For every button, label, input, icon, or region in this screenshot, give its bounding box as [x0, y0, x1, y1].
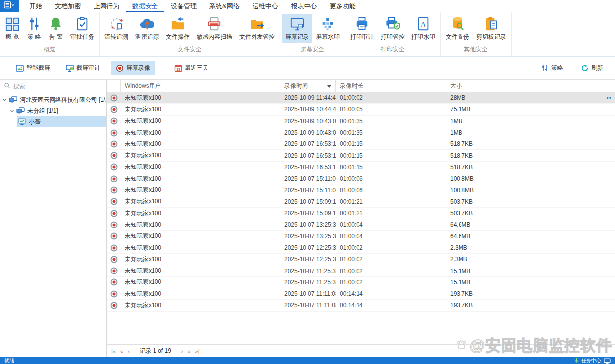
ribbon-button-label: 概 览 — [5, 33, 19, 41]
ribbon-button[interactable]: 策 略 — [23, 14, 45, 43]
table-row[interactable]: 未知玩家x1002025-10-07 11:25:3201:00:0215.1M… — [107, 277, 615, 288]
toolbar-button-label: 智能截屏 — [26, 64, 50, 72]
record-dot-icon — [107, 232, 121, 240]
prev-page-icon[interactable]: ‹ — [127, 348, 130, 354]
table-row[interactable]: 未知玩家x1002025-10-07 13:25:3801:00:0464.6M… — [107, 231, 615, 242]
fast-prev-icon[interactable]: « — [120, 348, 124, 354]
ribbon-button[interactable]: 文件备份 — [442, 14, 473, 43]
cell-windows-user: 未知玩家x100 — [121, 163, 280, 171]
ribbon-button[interactable]: 文件外发管控 — [236, 14, 278, 43]
last-page-icon[interactable]: »| — [195, 348, 200, 354]
table-row[interactable]: 未知玩家x1002025-10-07 16:53:1100:01:15518.7… — [107, 162, 615, 173]
ribbon-button[interactable]: 打印审计 — [347, 14, 377, 43]
table-row[interactable]: 未知玩家x1002025-10-09 10:43:0800:01:351MB — [107, 116, 615, 127]
table-row[interactable]: 未知玩家x1002025-10-07 16:53:1100:01:15518.7… — [107, 150, 615, 161]
toolbar-button[interactable]: 截屏审计 — [61, 61, 105, 75]
chevron-down-icon[interactable] — [1, 98, 8, 102]
ribbon-button[interactable]: 告 警 — [45, 14, 67, 43]
cell-record-time: 2025-10-07 13:25:38 — [280, 221, 336, 228]
ribbon-button[interactable]: 审批任务 — [67, 14, 98, 43]
table-row[interactable]: 未知玩家x1002025-10-07 11:25:3201:00:0215.1M… — [107, 265, 615, 276]
sort-desc-icon[interactable] — [327, 85, 331, 88]
cell-windows-user: 未知玩家x100 — [121, 290, 280, 298]
ribbon-button[interactable]: 概 览 — [1, 14, 23, 43]
app-menu-icon — [4, 1, 15, 11]
table-row[interactable]: 未知玩家x1002025-10-07 15:09:1400:01:21503.7… — [107, 208, 615, 219]
ribbon-button[interactable]: 打印管控 — [377, 14, 408, 43]
ribbon-button[interactable]: 屏幕记录 — [282, 14, 312, 43]
ribbon-button[interactable]: A打印水印 — [408, 14, 439, 43]
record-dot-icon — [107, 106, 121, 113]
cell-windows-user: 未知玩家x100 — [121, 117, 280, 125]
header-record-duration[interactable]: 录像时长 — [336, 80, 446, 92]
ribbon-group-label: 概览 — [1, 45, 98, 56]
toolbar-button[interactable]: 屏幕录像 — [111, 61, 155, 75]
tree-node[interactable]: 河北安固云网络科技有限公司 [1/1] — [0, 94, 106, 105]
task-center-button[interactable]: 任务中心 — [581, 357, 601, 364]
menu-tab-3[interactable]: 上网行为 — [87, 0, 126, 12]
row-actions-icon[interactable]: ••• — [607, 95, 612, 101]
header-icon-column — [107, 80, 121, 92]
cell-windows-user: 未知玩家x100 — [121, 151, 280, 160]
ribbon-button[interactable]: 流转追溯 — [101, 14, 132, 43]
menu-tab-2[interactable]: 文档加密 — [49, 0, 87, 12]
table-row[interactable]: 未知玩家x1002025-10-07 12:25:3501:00:022.3MB — [107, 254, 615, 265]
next-page-icon[interactable]: › — [181, 348, 184, 354]
table-row[interactable]: 未知玩家x1002025-10-09 10:44:4401:00:0575.1M… — [107, 104, 615, 115]
table-row[interactable]: 未知玩家x1002025-10-07 15:11:0001:00:06100.8… — [107, 184, 615, 196]
menu-tab-8[interactable]: 报表中心 — [285, 0, 323, 12]
header-windows-user[interactable]: Windows用户 — [121, 80, 280, 92]
table-row[interactable]: 未知玩家x1002025-10-07 12:25:3501:00:022.3MB — [107, 242, 615, 254]
cell-record-duration: 01:00:04 — [336, 221, 446, 228]
record-dot-icon — [107, 163, 121, 171]
menu-tab-1[interactable]: 开始 — [23, 0, 49, 12]
ribbon-button-label: 屏幕水印 — [316, 33, 340, 41]
toolbar-button[interactable]: 策略 — [536, 61, 568, 75]
record-dot-icon — [107, 244, 121, 252]
tree-node[interactable]: 未分组 [1/1] — [0, 105, 106, 116]
cell-size: 15.1MB — [446, 268, 607, 274]
policy-small-icon — [541, 64, 549, 72]
first-page-icon[interactable]: |« — [111, 348, 116, 354]
ribbon-group-label: 打印安全 — [347, 45, 439, 56]
search-input[interactable] — [13, 83, 102, 90]
table-row[interactable]: 未知玩家x1002025-10-07 11:11:0800:14:14193.7… — [107, 288, 615, 300]
table-row[interactable]: 未知玩家x1002025-10-07 15:11:0001:00:06100.8… — [107, 173, 615, 184]
menu-tab-7[interactable]: 运维中心 — [246, 0, 285, 12]
menu-tab-5[interactable]: 设备管理 — [164, 0, 203, 12]
menu-tab-6[interactable]: 系统&网络 — [203, 0, 246, 12]
ribbon-button[interactable]: 文件操作 — [162, 14, 193, 43]
table-row[interactable]: 未知玩家x1002025-10-09 11:44:4901:00:0228MB•… — [107, 92, 615, 104]
header-size[interactable]: 大小 — [446, 80, 607, 92]
menubar: 开始文档加密上网行为数据安全设备管理系统&网络运维中心报表中心更多功能 — [0, 0, 615, 12]
record-dot-icon — [107, 175, 121, 182]
table-row[interactable]: 未知玩家x1002025-10-07 16:53:1100:01:15518.7… — [107, 138, 615, 150]
header-record-time[interactable]: 录像时间 — [280, 80, 336, 92]
leak-trace-icon — [140, 16, 154, 31]
table-row[interactable]: 未知玩家x1002025-10-09 10:43:0800:01:351MB — [107, 127, 615, 138]
toolbar-button-label: 刷新 — [591, 64, 603, 72]
ribbon-button[interactable]: 剪切板记录 — [473, 14, 510, 43]
menu-tab-9[interactable]: 更多功能 — [323, 0, 362, 12]
table-row[interactable]: 未知玩家x1002025-10-07 11:11:0800:14:14193.7… — [107, 300, 615, 311]
toolbar-button[interactable]: 23最近三天 — [169, 61, 213, 75]
chevron-down-icon[interactable] — [8, 109, 15, 113]
table-row[interactable]: 未知玩家x1002025-10-07 15:09:1400:01:21503.7… — [107, 196, 615, 208]
table-row[interactable]: 未知玩家x1002025-10-07 13:25:3801:00:0464.6M… — [107, 219, 615, 230]
toolbar-button[interactable]: 刷新 — [576, 61, 608, 75]
ribbon-button[interactable]: 泄密追踪 — [132, 14, 162, 43]
header-label: Windows用户 — [125, 82, 161, 90]
tree-node[interactable]: 小聂 — [0, 116, 106, 127]
ribbon-group-label: 文件安全 — [101, 45, 278, 56]
screen-record-icon — [290, 16, 305, 31]
cell-record-time: 2025-10-07 16:53:11 — [280, 140, 336, 147]
tree-node-label: 河北安固云网络科技有限公司 [1/1] — [20, 96, 106, 104]
ribbon-button[interactable]: 屏幕水印 — [312, 14, 343, 43]
cell-size: 503.7KB — [446, 210, 607, 217]
toolbar-button[interactable]: 智能截屏 — [11, 61, 55, 75]
ribbon-button-label: 告 警 — [49, 33, 62, 41]
fast-next-icon[interactable]: » — [187, 348, 191, 354]
ribbon-button[interactable]: 敏感内容扫描 — [193, 14, 236, 43]
menu-tab-4[interactable]: 数据安全 — [126, 0, 164, 12]
app-menu-button[interactable] — [0, 0, 19, 12]
